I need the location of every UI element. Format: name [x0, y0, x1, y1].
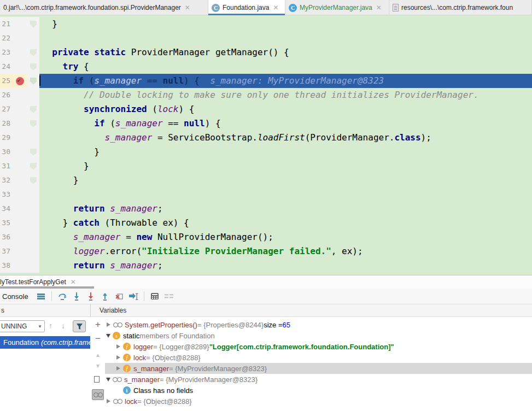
- step-over-button[interactable]: [56, 290, 69, 302]
- code-token: [105, 203, 110, 214]
- variable-row[interactable]: System.getProperties() = {Properties@824…: [105, 319, 532, 330]
- code-line-22[interactable]: 22: [0, 31, 532, 45]
- code-line-24[interactable]: 24 try {: [0, 60, 532, 74]
- tree-expand-icon[interactable]: [106, 334, 110, 338]
- code-line-35[interactable]: 35 } catch (Throwable ex) {: [0, 216, 532, 230]
- close-icon[interactable]: ✕: [71, 278, 76, 286]
- tree-expand-icon[interactable]: [116, 355, 120, 360]
- breakpoint-gutter[interactable]: [12, 202, 27, 216]
- editor-tab-1[interactable]: 0.jar!\...\com.ctrip.framework.foundatio…: [0, 0, 208, 15]
- breakpoint-gutter[interactable]: [12, 60, 27, 74]
- thread-status-value: UNNING: [1, 322, 27, 330]
- variable-row[interactable]: flogger = {Logger@8289} "Logger[com.ctri…: [105, 341, 532, 352]
- variable-row[interactable]: fs_manager = {MyProviderManager@8323}: [105, 363, 532, 374]
- tree-expand-icon[interactable]: [106, 378, 110, 381]
- filter-frames-button[interactable]: [73, 320, 86, 332]
- code-token: = ServiceBootstrap.: [152, 132, 258, 143]
- code-line-30[interactable]: 30 }: [0, 145, 532, 159]
- line-number: 38: [0, 259, 12, 273]
- thread-list-item-selected[interactable]: Foundation (com.ctrip.frame: [0, 336, 90, 349]
- code-line-36[interactable]: 36 s_manager = new NullProviderManager()…: [0, 230, 532, 244]
- next-frame-button[interactable]: ↓: [61, 321, 65, 330]
- tree-expand-icon[interactable]: [116, 366, 120, 371]
- show-watches-toggle[interactable]: [92, 389, 104, 400]
- duplicate-watch-button[interactable]: [94, 376, 100, 383]
- move-watch-up-button[interactable]: ▲: [91, 352, 105, 358]
- code-token: return: [73, 203, 105, 214]
- variable-row[interactable]: sstatic members of Foundation: [105, 330, 532, 341]
- variable-row[interactable]: lock = {Object@8288}: [105, 396, 532, 407]
- force-step-into-button[interactable]: [84, 290, 97, 302]
- editor-tab-2[interactable]: CFoundation.java✕: [208, 0, 285, 15]
- run-to-cursor-button[interactable]: [127, 290, 140, 302]
- breakpoint-gutter[interactable]: [12, 45, 27, 60]
- breakpoint-gutter[interactable]: [12, 216, 27, 230]
- thread-status-dropdown[interactable]: UNNING ▼: [0, 320, 45, 332]
- variable-row[interactable]: s_manager = {MyProviderManager@8323}: [105, 374, 532, 385]
- move-watch-down-button[interactable]: ▼: [91, 363, 105, 369]
- line-number: 21: [0, 17, 12, 31]
- code-token: =: [121, 232, 137, 242]
- breakpoint-gutter[interactable]: [12, 131, 27, 145]
- code-line-32[interactable]: 32 }: [0, 173, 532, 187]
- tree-expand-icon[interactable]: [116, 344, 120, 349]
- code-text: }: [39, 17, 532, 31]
- step-into-button[interactable]: [70, 290, 83, 302]
- toolbar-separator: [51, 291, 52, 301]
- breakpoint-gutter[interactable]: [12, 31, 27, 45]
- tree-expand-icon[interactable]: [107, 322, 110, 327]
- code-token: [42, 203, 73, 214]
- code-line-31[interactable]: 31 }: [0, 159, 532, 173]
- remove-watch-button[interactable]: −: [91, 333, 105, 344]
- code-line-28[interactable]: 28 if (s_manager == null) {: [0, 116, 532, 131]
- console-tab[interactable]: Console: [2, 292, 28, 301]
- breakpoint-gutter[interactable]: [12, 74, 27, 88]
- breakpoint-icon[interactable]: [16, 77, 24, 85]
- step-out-icon: [101, 292, 109, 301]
- close-icon[interactable]: ✕: [273, 4, 278, 11]
- code-line-29[interactable]: 29 s_manager = ServiceBootstrap.loadFirs…: [0, 131, 532, 145]
- breakpoint-gutter[interactable]: [12, 88, 27, 102]
- code-editor[interactable]: 21 }2223 private static ProviderManager …: [0, 15, 532, 275]
- breakpoint-gutter[interactable]: [12, 116, 27, 131]
- close-icon[interactable]: ✕: [185, 4, 190, 11]
- code-token: }: [42, 175, 78, 185]
- step-out-button[interactable]: [98, 290, 112, 302]
- code-line-38[interactable]: 38 return s_manager;: [0, 259, 532, 273]
- code-line-23[interactable]: 23 private static ProviderManager getMan…: [0, 45, 532, 60]
- breakpoint-gutter[interactable]: [12, 187, 27, 202]
- breakpoint-gutter[interactable]: [12, 259, 27, 273]
- layout-menu-button[interactable]: [34, 290, 48, 302]
- view-options-button[interactable]: [162, 290, 176, 302]
- breakpoint-gutter[interactable]: [12, 17, 27, 31]
- code-token: if: [94, 118, 104, 128]
- code-line-27[interactable]: 27 synchronized (lock) {: [0, 102, 532, 116]
- editor-tab-4[interactable]: resources\...\com.ctrip.framework.foun: [389, 0, 532, 15]
- breakpoint-gutter[interactable]: [12, 145, 27, 159]
- breakpoint-gutter[interactable]: [12, 230, 27, 244]
- breakpoint-gutter[interactable]: [12, 244, 27, 259]
- variable-text-gray: = {MyProviderManager@8323}: [160, 375, 258, 384]
- editor-tab-3[interactable]: CMyProviderManager.java✕: [285, 0, 389, 15]
- breakpoint-gutter[interactable]: [12, 102, 27, 116]
- add-watch-button[interactable]: +: [91, 319, 105, 330]
- evaluate-expression-button[interactable]: [148, 290, 161, 302]
- code-line-33[interactable]: 33: [0, 187, 532, 202]
- variable-text-plain: static: [123, 332, 139, 340]
- code-line-25[interactable]: 25 if (s_manager == null) { s_manager: M…: [0, 74, 532, 88]
- inline-debugger-hint: s_manager: MyProviderManager@8323: [200, 75, 384, 86]
- tree-expand-icon[interactable]: [107, 399, 110, 403]
- variable-row[interactable]: iClass has no fields: [105, 385, 532, 396]
- code-line-37[interactable]: 37 logger.error("Initialize ProviderMana…: [0, 244, 532, 259]
- drop-frame-button[interactable]: [113, 290, 126, 302]
- variable-text-name: s_manager: [124, 375, 160, 384]
- code-line-26[interactable]: 26 // Double locking to make sure only o…: [0, 88, 532, 102]
- code-token: [42, 132, 105, 143]
- code-line-21[interactable]: 21 }: [0, 17, 532, 31]
- variable-row[interactable]: flock = {Object@8288}: [105, 352, 532, 363]
- close-icon[interactable]: ✕: [376, 4, 382, 11]
- breakpoint-gutter[interactable]: [12, 173, 27, 187]
- breakpoint-gutter[interactable]: [12, 159, 27, 173]
- previous-frame-button[interactable]: ↑: [49, 321, 52, 330]
- code-line-34[interactable]: 34 return s_manager;: [0, 202, 532, 216]
